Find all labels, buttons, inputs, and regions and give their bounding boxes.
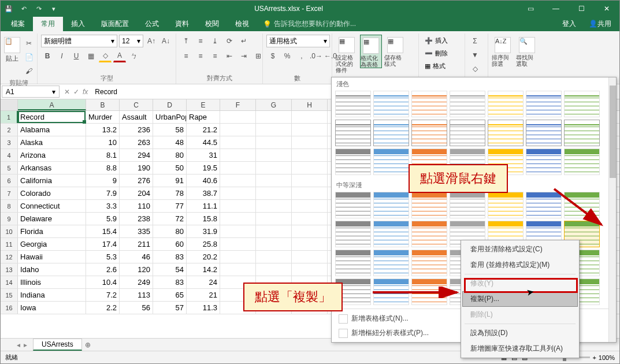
cm-set-default[interactable]: 設為預設(D) — [462, 325, 578, 341]
format-as-table-button[interactable]: ▦ 格式化為表格 — [360, 35, 382, 68]
phonetic-button[interactable]: ㄅ — [128, 50, 140, 62]
table-style-swatch[interactable] — [526, 148, 562, 175]
align-left-icon[interactable]: ≡ — [180, 50, 192, 62]
cell[interactable]: 57 — [153, 302, 187, 314]
table-style-swatch[interactable] — [373, 250, 409, 276]
tab-file[interactable]: 檔案 — [3, 17, 33, 31]
cell[interactable]: 236 — [120, 124, 153, 136]
grow-font-icon[interactable]: A↑ — [145, 35, 158, 47]
signin-button[interactable]: 登入 — [556, 17, 582, 31]
cell[interactable] — [292, 213, 328, 225]
table-style-swatch[interactable] — [450, 120, 485, 146]
cell[interactable]: 110 — [120, 200, 153, 212]
cell[interactable]: 276 — [120, 174, 153, 187]
cell[interactable]: 48 — [153, 136, 187, 148]
cell[interactable]: 10 — [86, 136, 120, 148]
cm-apply-keep[interactable]: 套用 (並維持格式設定)(M) — [462, 257, 578, 273]
table-style-swatch[interactable] — [411, 192, 447, 218]
cell[interactable]: Alaska — [18, 136, 86, 148]
cell[interactable]: 8.8 — [86, 162, 120, 174]
cell[interactable]: Indiana — [18, 289, 86, 301]
conditional-format-button[interactable]: ▦ 設定格式化的條件 — [336, 35, 358, 73]
cell[interactable]: Idaho — [18, 263, 86, 276]
cell[interactable]: Hawaii — [18, 251, 86, 263]
row-header[interactable]: 14 — [1, 276, 18, 288]
cell[interactable]: 113 — [120, 289, 153, 301]
cell[interactable] — [292, 187, 328, 199]
row-header[interactable]: 8 — [1, 200, 18, 212]
cell[interactable]: 24 — [187, 276, 220, 288]
col-header[interactable]: F — [220, 99, 256, 110]
cell[interactable]: 2.2 — [86, 302, 120, 314]
row-header[interactable]: 1 — [1, 111, 18, 123]
cell[interactable]: 249 — [120, 276, 153, 288]
sheet-tab[interactable]: USArrests — [33, 339, 82, 351]
cell[interactable]: Record — [18, 111, 86, 123]
enter-icon[interactable]: ✓ — [73, 88, 79, 96]
indent-decrease-icon[interactable]: ⇤ — [223, 50, 236, 62]
row-header[interactable]: 3 — [1, 136, 18, 148]
table-style-swatch[interactable] — [488, 120, 524, 146]
cell[interactable]: Colorado — [18, 187, 86, 199]
cell[interactable]: 335 — [120, 225, 153, 237]
tell-me[interactable]: 💡 告訴我您想要執行的動作... — [263, 19, 356, 29]
cell[interactable] — [220, 136, 256, 148]
table-style-swatch[interactable] — [335, 221, 371, 247]
table-style-swatch[interactable] — [373, 120, 409, 146]
select-all-corner[interactable] — [1, 99, 18, 110]
align-right-icon[interactable]: ≡ — [209, 50, 221, 62]
orientation-icon[interactable]: ⟳ — [223, 35, 236, 47]
italic-button[interactable]: I — [55, 50, 68, 62]
cell[interactable]: 78 — [153, 187, 187, 199]
cell[interactable]: 38.7 — [187, 187, 220, 199]
tab-view[interactable]: 檢視 — [227, 17, 257, 31]
cancel-icon[interactable]: ✕ — [64, 88, 70, 96]
align-middle-icon[interactable]: ≡ — [194, 35, 207, 47]
cell[interactable]: 44.5 — [187, 136, 220, 148]
sort-filter-button[interactable]: A↓Z 排序與篩選 — [492, 35, 514, 67]
cell[interactable] — [292, 174, 328, 187]
cell[interactable]: Connecticut — [18, 200, 86, 212]
cell[interactable]: 3.3 — [86, 200, 120, 212]
table-style-swatch[interactable] — [450, 91, 485, 117]
fill-color-button[interactable]: ◇ — [99, 50, 112, 62]
close-icon[interactable]: ✕ — [594, 1, 619, 17]
cell[interactable]: 204 — [120, 187, 153, 199]
cell[interactable]: 65 — [153, 289, 187, 301]
cell[interactable]: 40.6 — [187, 174, 220, 187]
cell[interactable]: 83 — [153, 276, 187, 288]
cell[interactable]: 50 — [153, 162, 187, 174]
cell[interactable]: 7.9 — [86, 187, 120, 199]
fx-icon[interactable]: fx — [83, 88, 88, 96]
table-style-swatch[interactable] — [526, 91, 562, 117]
cell[interactable] — [292, 111, 328, 123]
cell[interactable]: 77 — [153, 200, 187, 212]
cell[interactable]: Georgia — [18, 238, 86, 250]
cell[interactable]: 11.3 — [187, 302, 220, 314]
table-style-swatch[interactable] — [335, 148, 371, 175]
cell[interactable]: 83 — [153, 251, 187, 263]
row-header[interactable]: 15 — [1, 289, 18, 301]
tab-data[interactable]: 資料 — [167, 17, 197, 31]
cell[interactable]: UrbanPop — [153, 111, 187, 123]
qat-dropdown-icon[interactable]: ▾ — [48, 3, 60, 14]
cell[interactable]: 10.4 — [86, 276, 120, 288]
cell[interactable]: Alabama — [18, 124, 86, 136]
align-top-icon[interactable]: ⤒ — [180, 35, 192, 47]
underline-button[interactable]: U — [70, 50, 83, 62]
cell[interactable] — [220, 124, 256, 136]
table-style-swatch[interactable] — [564, 148, 600, 175]
bold-button[interactable]: B — [41, 50, 54, 62]
number-format-select[interactable]: 通用格式▾ — [266, 35, 330, 47]
name-box[interactable]: A1▾ — [2, 86, 60, 98]
table-style-swatch[interactable] — [564, 120, 600, 146]
cell[interactable] — [292, 251, 328, 263]
table-style-swatch[interactable] — [488, 91, 524, 117]
next-sheet-icon[interactable]: ▸ — [24, 341, 27, 349]
cell[interactable]: 17.4 — [86, 238, 120, 250]
cell[interactable]: 15.8 — [187, 213, 220, 225]
format-cells-button[interactable]: ▦格式 — [422, 60, 448, 72]
col-header[interactable]: C — [120, 99, 153, 110]
paste-button[interactable]: 📋 貼上 — [4, 35, 20, 63]
cell[interactable] — [292, 263, 328, 276]
